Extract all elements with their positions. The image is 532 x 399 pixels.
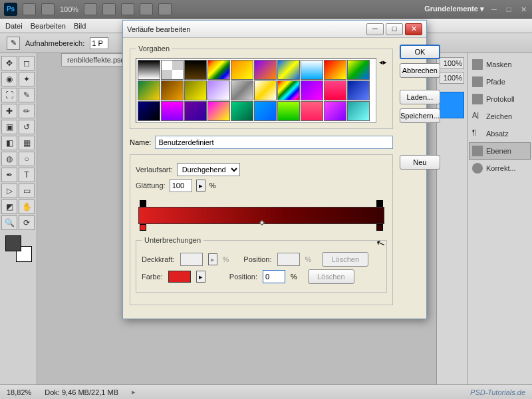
layer-thumbnail[interactable] bbox=[440, 92, 464, 118]
path-tool[interactable]: ▷ bbox=[1, 184, 17, 198]
hand-tool-icon[interactable] bbox=[84, 3, 97, 15]
opacity-field[interactable]: 100% bbox=[440, 57, 464, 69]
preset-swatch[interactable] bbox=[231, 101, 253, 121]
lasso-tool[interactable]: ◉ bbox=[1, 72, 17, 86]
preset-swatch[interactable] bbox=[184, 60, 207, 80]
ok-button[interactable]: OK bbox=[400, 45, 440, 59]
dialog-titlebar[interactable]: Verläufe bearbeiten ─ □ ✕ bbox=[123, 21, 426, 38]
menu-datei[interactable]: Datei bbox=[5, 22, 23, 30]
preset-swatch[interactable] bbox=[324, 80, 346, 100]
panel-protokoll[interactable]: Protokoll bbox=[469, 90, 531, 108]
view-mode-button[interactable] bbox=[41, 3, 55, 15]
preset-swatch[interactable] bbox=[138, 80, 160, 100]
eyedropper-icon[interactable]: ✎ bbox=[7, 37, 20, 50]
preset-swatch[interactable] bbox=[231, 80, 253, 100]
minimize-icon[interactable]: ─ bbox=[489, 5, 499, 14]
preset-swatch[interactable] bbox=[254, 60, 277, 80]
preset-swatch[interactable] bbox=[324, 101, 346, 121]
color-position-input[interactable] bbox=[263, 270, 285, 283]
screen-mode-button[interactable] bbox=[158, 3, 172, 15]
smoothness-input[interactable] bbox=[170, 179, 192, 192]
document-tab[interactable]: renbildeffekte.psd bbox=[61, 53, 131, 66]
close-icon[interactable]: ✕ bbox=[519, 5, 528, 14]
pen-tool[interactable]: ✒ bbox=[1, 168, 17, 182]
dodge-tool[interactable]: ○ bbox=[19, 152, 35, 166]
preset-swatch[interactable] bbox=[254, 80, 277, 100]
load-button[interactable]: Laden... bbox=[400, 90, 440, 104]
wand-tool[interactable]: ✦ bbox=[19, 72, 35, 86]
panel-korrekturen[interactable]: Korrekt... bbox=[469, 160, 531, 177]
preset-swatch[interactable] bbox=[277, 101, 300, 121]
preset-swatch[interactable] bbox=[184, 80, 207, 100]
preset-swatch[interactable] bbox=[324, 60, 346, 80]
opacity-stop-right[interactable] bbox=[376, 200, 383, 207]
3d-tool[interactable]: ◩ bbox=[1, 200, 17, 214]
rotate-tool-icon[interactable] bbox=[121, 3, 134, 15]
opacity-stop-left[interactable] bbox=[140, 200, 146, 207]
preset-swatch[interactable] bbox=[347, 101, 370, 121]
preset-swatch[interactable] bbox=[231, 60, 253, 80]
preset-swatch[interactable] bbox=[207, 80, 230, 100]
preset-swatch[interactable] bbox=[277, 80, 300, 100]
menu-bild[interactable]: Bild bbox=[74, 22, 86, 30]
brush-tool[interactable]: ✏ bbox=[19, 104, 35, 118]
smoothness-stepper[interactable]: ▸ bbox=[196, 180, 205, 192]
save-button[interactable]: Speichern... bbox=[400, 108, 440, 123]
preset-swatch[interactable] bbox=[347, 80, 370, 100]
preset-swatch[interactable] bbox=[184, 101, 207, 121]
dialog-maximize-button[interactable]: □ bbox=[386, 23, 403, 35]
bridge-button[interactable] bbox=[23, 3, 36, 15]
cancel-button[interactable]: Abbrechen bbox=[400, 63, 440, 78]
preset-swatch[interactable] bbox=[138, 60, 160, 80]
maximize-icon[interactable]: □ bbox=[504, 5, 513, 14]
blur-tool[interactable]: ◍ bbox=[1, 152, 17, 166]
heal-tool[interactable]: ✚ bbox=[1, 104, 17, 118]
eyedropper-tool[interactable]: ✎ bbox=[19, 88, 35, 102]
stop-color-well[interactable] bbox=[168, 271, 191, 283]
preset-swatch[interactable] bbox=[347, 60, 370, 80]
gradient-type-select[interactable]: Durchgehend bbox=[177, 163, 240, 176]
move-tool[interactable]: ✥ bbox=[1, 56, 17, 70]
preset-swatch[interactable] bbox=[301, 101, 323, 121]
dialog-close-button[interactable]: ✕ bbox=[405, 23, 422, 35]
zoom-tool-icon[interactable] bbox=[102, 3, 116, 15]
preset-swatch[interactable] bbox=[207, 60, 230, 80]
history-brush-tool[interactable]: ↺ bbox=[19, 120, 35, 134]
presets-menu-icon[interactable]: ◂▸ bbox=[379, 58, 387, 66]
color-swatches[interactable] bbox=[5, 235, 32, 262]
workspace-switcher[interactable]: Grundelemente ▾ bbox=[424, 5, 484, 13]
color-stop-left[interactable] bbox=[140, 224, 146, 231]
foreground-color-swatch[interactable] bbox=[5, 235, 21, 251]
preset-swatch[interactable] bbox=[207, 101, 230, 121]
sample-size-input[interactable] bbox=[90, 37, 108, 49]
crop-tool[interactable]: ⛶ bbox=[1, 88, 17, 102]
gradient-bar-editor[interactable] bbox=[138, 199, 384, 233]
panel-zeichen[interactable]: A|Zeichen bbox=[469, 108, 531, 125]
color-menu-button[interactable]: ▸ bbox=[196, 271, 205, 283]
preset-swatch[interactable] bbox=[301, 80, 323, 100]
doc-size-status[interactable]: Dok: 9,46 MB/22,1 MB bbox=[45, 388, 118, 396]
panel-absatz[interactable]: ¶Absatz bbox=[469, 125, 531, 142]
marquee-tool[interactable]: ◻ bbox=[19, 56, 35, 70]
type-tool[interactable]: T bbox=[19, 168, 35, 182]
eraser-tool[interactable]: ◧ bbox=[1, 136, 17, 150]
stamp-tool[interactable]: ▣ bbox=[1, 120, 17, 134]
zoom-tool[interactable]: 🔍 bbox=[1, 215, 17, 230]
zoom-indicator[interactable]: 100% bbox=[60, 5, 78, 13]
preset-swatch[interactable] bbox=[161, 60, 184, 80]
hand-tool[interactable]: ✋ bbox=[19, 200, 35, 214]
fill-field[interactable]: 100% bbox=[440, 72, 464, 84]
new-button[interactable]: Neu bbox=[400, 155, 440, 170]
preset-swatch[interactable] bbox=[254, 101, 277, 121]
panel-pfade[interactable]: Pfade bbox=[469, 73, 531, 90]
menu-bearbeiten[interactable]: Bearbeiten bbox=[31, 22, 66, 30]
gradient-tool[interactable]: ▦ bbox=[19, 136, 35, 150]
preset-swatch[interactable] bbox=[277, 60, 300, 80]
preset-swatch[interactable] bbox=[161, 80, 184, 100]
gradient-name-input[interactable] bbox=[155, 136, 393, 149]
preset-swatch[interactable] bbox=[161, 101, 184, 121]
preset-swatch[interactable] bbox=[138, 101, 160, 121]
shape-tool[interactable]: ▭ bbox=[19, 184, 35, 198]
preset-swatch[interactable] bbox=[301, 60, 323, 80]
panel-masken[interactable]: Masken bbox=[469, 56, 531, 73]
